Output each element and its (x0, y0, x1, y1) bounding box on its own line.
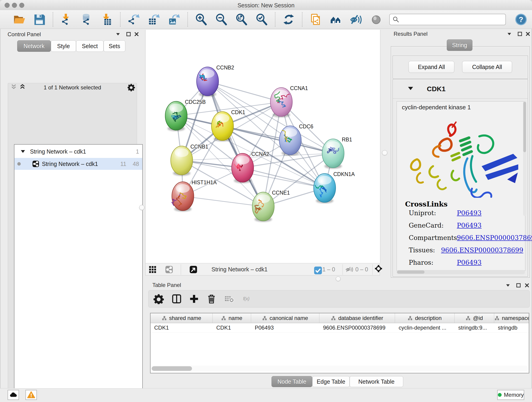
function-builder-icon: f(x) (243, 294, 264, 304)
panel-float-icon[interactable] (517, 32, 522, 36)
help-button[interactable]: ? (515, 13, 527, 26)
export-table-button[interactable] (147, 12, 161, 27)
zoom-in-button[interactable] (194, 12, 208, 27)
search-input[interactable] (399, 15, 505, 24)
column-header-label: database identifier (338, 315, 383, 321)
selected-checkbox-icon[interactable] (314, 267, 320, 272)
open-folder-button[interactable] (12, 12, 26, 27)
collapse-tree-icon[interactable] (21, 150, 25, 153)
warnings-button[interactable] (25, 390, 37, 400)
hidden-eye-icon (345, 266, 353, 274)
tab-network[interactable]: Network (17, 40, 51, 52)
tab-node-table[interactable]: Node Table (272, 376, 312, 387)
memory-label: Memory (504, 392, 524, 398)
column-header-namespace[interactable]: namespace (494, 313, 529, 323)
tab-string[interactable]: String (447, 39, 472, 51)
tab-network-table[interactable]: Network Table (350, 376, 403, 387)
table-row[interactable]: CDK1CDK1P064939606.ENSP00000378699cyclin… (151, 323, 529, 332)
panel-float-icon[interactable] (126, 32, 131, 37)
column-header-sharedname[interactable]: shared name (151, 313, 213, 323)
tree-row-collection[interactable]: String Network – cdk1 1 (14, 146, 142, 157)
table-cell: CDK1 (213, 323, 251, 332)
edge-HIST1H1A-CCNE1 (183, 196, 263, 206)
collapse-section-icon[interactable] (408, 87, 413, 90)
navigator-icon[interactable] (190, 266, 197, 274)
table-cell: CDK1 (151, 323, 213, 332)
duplicate-network-button[interactable] (309, 12, 323, 27)
column-header-description[interactable]: description (395, 313, 455, 323)
network-options-gear-icon[interactable] (128, 83, 135, 91)
tab-style[interactable]: Style (51, 40, 76, 52)
node-CCNB1 (171, 146, 193, 176)
panel-float-icon[interactable] (516, 283, 521, 288)
collection-count: 1 (136, 148, 139, 155)
crosslink-value-link[interactable]: P06493 (457, 209, 481, 217)
string-view-icon[interactable] (165, 266, 173, 274)
save-floppy-button[interactable] (32, 12, 46, 27)
column-header-name[interactable]: name (213, 313, 251, 323)
results-vscrollbar[interactable] (523, 101, 526, 216)
network-view-canvas[interactable]: CCNB2CCNA1CDC25BCDK1CDC6RB1CCNB1CCNA2CDK… (145, 30, 380, 263)
hide-graphics-button[interactable] (349, 12, 363, 27)
cloud-button[interactable] (7, 390, 19, 400)
crosslink-label: Pharos: (409, 259, 457, 266)
table-settings-gear-icon[interactable] (153, 294, 164, 304)
node-CDKN1A (314, 173, 336, 203)
results-hscrollbar[interactable] (397, 270, 525, 274)
gene-section-header[interactable]: CDK1 (393, 80, 528, 99)
crosslink-value-link[interactable]: 9606.ENSP00000378699 (441, 246, 523, 254)
delete-table-icon (224, 294, 234, 304)
import-table-file-button[interactable] (100, 12, 114, 27)
expand-all-button[interactable]: Expand All (409, 61, 454, 73)
apply-layout-button[interactable] (282, 12, 296, 27)
delete-column-trash-icon[interactable] (206, 294, 217, 304)
show-columns-icon[interactable] (171, 294, 182, 304)
table-hscrollbar[interactable] (151, 366, 528, 371)
panel-menu-icon[interactable] (505, 283, 510, 288)
import-network-database-button[interactable] (80, 12, 94, 27)
panel-close-icon[interactable] (525, 32, 530, 36)
export-image-button[interactable] (167, 12, 181, 27)
table-hscroll-thumb[interactable] (152, 366, 192, 371)
houses-icon (330, 13, 342, 26)
tab-sets[interactable]: Sets (104, 40, 125, 52)
grid-mode-icon[interactable] (149, 266, 157, 274)
export-network-button[interactable] (127, 12, 141, 27)
import-network-file-button[interactable] (59, 12, 74, 27)
column-header-databaseidentifier[interactable]: database identifier (319, 313, 395, 323)
houses-button[interactable] (329, 12, 343, 27)
zoom-out-button[interactable] (214, 12, 228, 27)
crosslink-value-link[interactable]: P06493 (457, 259, 481, 266)
column-header-label: @id (473, 315, 483, 321)
fit-selected-crosshair-icon[interactable] (375, 265, 384, 274)
column-attribute-icon (162, 316, 167, 321)
tree-row-network[interactable]: String Network – cdk1 11 48 (14, 158, 142, 170)
collapse-all-button[interactable]: Collapse All (462, 61, 512, 73)
zoom-fit-button[interactable] (234, 12, 249, 27)
birdseye-button[interactable] (369, 12, 383, 27)
results-vscroll-thumb[interactable] (523, 102, 526, 152)
title-bar: Session: New Session (0, 0, 532, 10)
selected-node-counts: 1 – 0 (322, 266, 335, 273)
panel-close-icon[interactable] (134, 32, 139, 37)
gene-name: CDK1 (427, 85, 446, 93)
memory-button[interactable]: Memory (497, 390, 524, 400)
right-splitter-handle[interactable] (382, 150, 387, 156)
left-splitter-handle[interactable] (139, 205, 145, 211)
column-header-canonicalname[interactable]: canonical name (251, 313, 319, 323)
zoom-selected-button[interactable] (254, 12, 269, 27)
panel-menu-icon[interactable] (507, 32, 512, 36)
zoom-fit-icon (235, 13, 247, 26)
results-panel: Results Panel String Expand All Collapse… (389, 30, 532, 280)
crosslink-value-link[interactable]: P06493 (457, 222, 481, 229)
results-hscroll-thumb[interactable] (397, 270, 424, 274)
panel-close-icon[interactable] (525, 283, 530, 288)
crosslink-value-link[interactable]: 9606.ENSP00000378699 (457, 234, 532, 242)
column-header-id[interactable]: @id (455, 313, 494, 323)
node-table-header: shared namenamecanonical namedatabase id… (151, 313, 529, 323)
tab-edge-table[interactable]: Edge Table (312, 376, 350, 387)
panel-menu-icon[interactable] (115, 32, 120, 37)
create-column-plus-icon[interactable] (189, 294, 199, 304)
tab-select[interactable]: Select (76, 40, 104, 52)
hide-graphics-icon (350, 13, 362, 26)
